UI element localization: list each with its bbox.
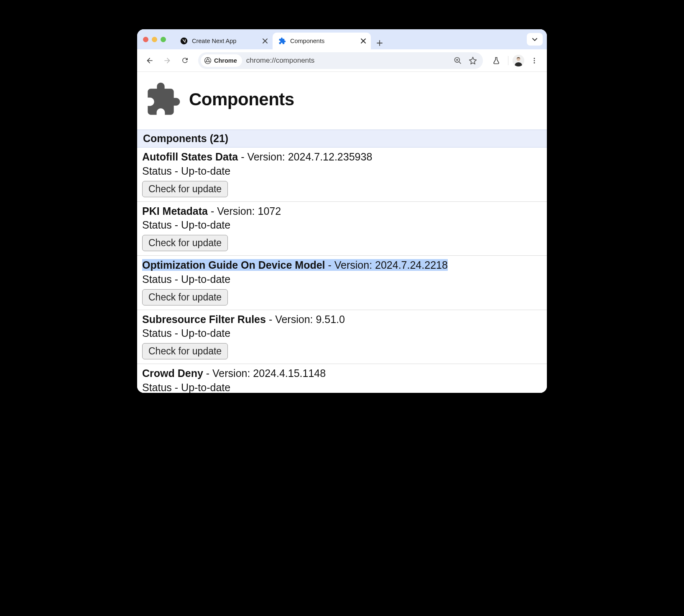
component-row: PKI Metadata - Version: 1072Status - Up-… bbox=[137, 202, 547, 256]
omnibox-actions bbox=[451, 54, 480, 67]
component-version: - Version: 2024.7.12.235938 bbox=[238, 151, 372, 163]
component-title-line: Crowd Deny - Version: 2024.4.15.1148 bbox=[142, 367, 542, 381]
tab-title: Components bbox=[290, 38, 356, 44]
tab-favicon-nextjs bbox=[180, 37, 188, 45]
window-close-button[interactable] bbox=[143, 37, 148, 42]
new-tab-button[interactable] bbox=[373, 37, 386, 49]
check-for-update-button[interactable]: Check for update bbox=[142, 343, 228, 359]
menu-button[interactable] bbox=[527, 53, 542, 68]
component-status: Status - Up-to-date bbox=[142, 164, 542, 178]
labs-icon[interactable] bbox=[489, 53, 504, 68]
window-zoom-button[interactable] bbox=[161, 37, 166, 42]
tab-create-next-app[interactable]: Create Next App bbox=[174, 33, 273, 49]
zoom-icon[interactable] bbox=[451, 54, 465, 67]
component-title-text: Crowd Deny - Version: 2024.4.15.1148 bbox=[142, 367, 326, 379]
component-name: Crowd Deny bbox=[142, 367, 203, 379]
component-title-line: PKI Metadata - Version: 1072 bbox=[142, 204, 542, 219]
site-chip-label: Chrome bbox=[214, 57, 237, 64]
svg-point-6 bbox=[534, 58, 535, 59]
window-minimize-button[interactable] bbox=[152, 37, 157, 42]
component-title-text: Optimization Guide On Device Model - Ver… bbox=[142, 259, 448, 271]
chrome-logo-icon bbox=[204, 57, 212, 64]
tab-strip: Create Next App Components bbox=[137, 29, 547, 49]
component-title-text: PKI Metadata - Version: 1072 bbox=[142, 205, 281, 217]
component-title-line: Subresource Filter Rules - Version: 9.51… bbox=[142, 313, 542, 327]
check-for-update-button[interactable]: Check for update bbox=[142, 235, 228, 251]
extension-puzzle-icon bbox=[145, 81, 181, 118]
component-status: Status - Up-to-date bbox=[142, 272, 542, 287]
component-row: Optimization Guide On Device Model - Ver… bbox=[137, 256, 547, 310]
profile-avatar[interactable] bbox=[513, 55, 524, 66]
toolbar-right bbox=[489, 53, 542, 68]
components-section-header: Components (21) bbox=[137, 130, 547, 148]
component-title-text: Subresource Filter Rules - Version: 9.51… bbox=[142, 313, 345, 325]
component-row: Autofill States Data - Version: 2024.7.1… bbox=[137, 148, 547, 202]
component-status: Status - Up-to-date bbox=[142, 218, 542, 232]
url-text: chrome://components bbox=[246, 56, 451, 65]
component-title-text: Autofill States Data - Version: 2024.7.1… bbox=[142, 151, 372, 163]
component-row: Crowd Deny - Version: 2024.4.15.1148Stat… bbox=[137, 364, 547, 393]
address-bar[interactable]: Chrome chrome://components bbox=[198, 52, 483, 69]
tab-favicon-extension-icon bbox=[278, 37, 286, 45]
component-version: - Version: 2024.7.24.2218 bbox=[325, 259, 448, 271]
toolbar-divider bbox=[508, 56, 508, 65]
component-title-line: Autofill States Data - Version: 2024.7.1… bbox=[142, 150, 542, 164]
window-controls bbox=[143, 37, 166, 42]
tab-components[interactable]: Components bbox=[273, 33, 371, 49]
svg-point-8 bbox=[534, 62, 535, 63]
svg-point-7 bbox=[534, 60, 535, 61]
tab-title: Create Next App bbox=[192, 38, 258, 44]
browser-window: Create Next App Components bbox=[137, 29, 547, 393]
reload-button[interactable] bbox=[177, 53, 192, 68]
page-content: Components Components (21) Autofill Stat… bbox=[137, 72, 547, 393]
toolbar: Chrome chrome://components bbox=[137, 49, 547, 72]
page-title: Components bbox=[189, 89, 294, 109]
check-for-update-button[interactable]: Check for update bbox=[142, 181, 228, 197]
component-name: Optimization Guide On Device Model bbox=[142, 259, 325, 271]
tab-search-button[interactable] bbox=[527, 33, 543, 46]
tab-close-button[interactable] bbox=[262, 38, 268, 44]
tabs-container: Create Next App Components bbox=[174, 29, 527, 49]
check-for-update-button[interactable]: Check for update bbox=[142, 289, 228, 305]
component-status: Status - Up-to-date bbox=[142, 326, 542, 341]
tab-close-button[interactable] bbox=[360, 38, 367, 44]
component-name: PKI Metadata bbox=[142, 205, 208, 217]
components-list: Autofill States Data - Version: 2024.7.1… bbox=[137, 148, 547, 393]
bookmark-star-icon[interactable] bbox=[466, 54, 480, 67]
component-version: - Version: 9.51.0 bbox=[266, 313, 345, 325]
component-name: Autofill States Data bbox=[142, 151, 238, 163]
component-version: - Version: 1072 bbox=[208, 205, 281, 217]
back-button[interactable] bbox=[142, 53, 157, 68]
component-status: Status - Up-to-date bbox=[142, 381, 542, 393]
component-row: Subresource Filter Rules - Version: 9.51… bbox=[137, 310, 547, 364]
component-title-line: Optimization Guide On Device Model - Ver… bbox=[142, 258, 542, 272]
component-version: - Version: 2024.4.15.1148 bbox=[203, 367, 326, 379]
forward-button[interactable] bbox=[160, 53, 175, 68]
site-chip[interactable]: Chrome bbox=[201, 54, 242, 67]
component-name: Subresource Filter Rules bbox=[142, 313, 266, 325]
svg-point-2 bbox=[207, 59, 209, 62]
page-header: Components bbox=[137, 72, 547, 130]
